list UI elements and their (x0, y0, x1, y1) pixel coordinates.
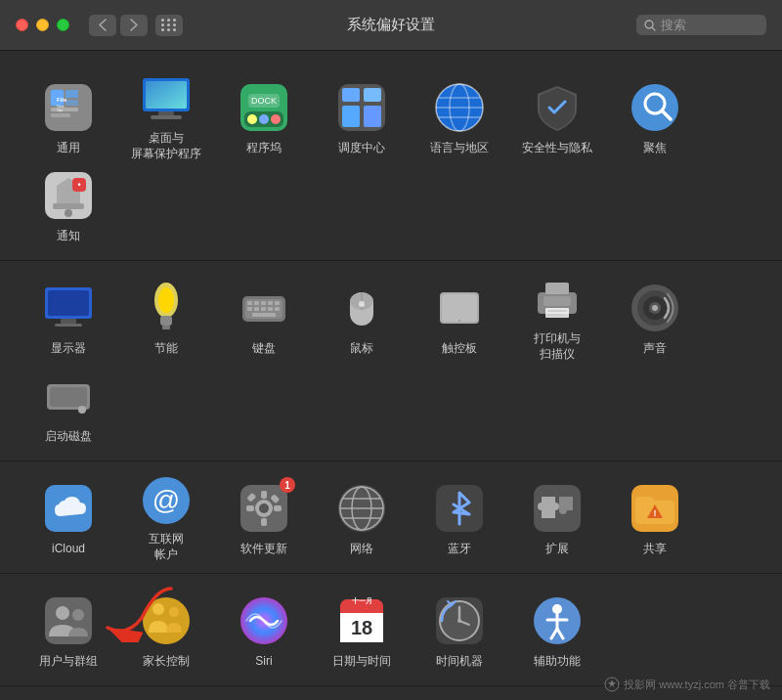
icons-grid-1: File New Opt 通用 (20, 72, 762, 248)
svg-rect-75 (545, 283, 569, 294)
trackpad-icon (432, 281, 487, 335)
watermark: 投影网 www.tyzj.com 谷普下载 (604, 677, 770, 692)
keyboard-label: 键盘 (252, 341, 276, 357)
svg-rect-77 (547, 314, 563, 316)
printer-label: 打印机与扫描仪 (534, 331, 581, 362)
svg-text:File: File (57, 97, 67, 103)
pref-spotlight[interactable]: 聚焦 (606, 72, 704, 160)
svg-rect-61 (261, 307, 266, 311)
section-personal: File New Opt 通用 (0, 61, 782, 261)
sound-icon (628, 281, 682, 335)
network-label: 网络 (350, 542, 373, 557)
mouse-label: 鼠标 (350, 341, 373, 357)
pref-parental[interactable]: 家长控制 (117, 586, 215, 674)
svg-point-21 (271, 114, 281, 124)
pref-network[interactable]: 网络 (313, 473, 411, 561)
svg-point-82 (652, 305, 658, 311)
svg-rect-118 (340, 605, 383, 613)
language-label: 语言与地区 (430, 141, 489, 156)
pref-mission[interactable]: 调度中心 (313, 72, 411, 160)
notifications-label: 通知 (57, 229, 80, 244)
timemachine-label: 时间机器 (436, 654, 483, 670)
pref-startup[interactable]: 启动磁盘 (20, 361, 117, 449)
datetime-icon: 18 十一月 (334, 593, 389, 648)
icloud-icon (41, 481, 96, 536)
svg-point-48 (158, 287, 174, 313)
svg-text:•: • (77, 180, 80, 190)
pref-users[interactable]: 用户与群组 (20, 586, 117, 674)
pref-language[interactable]: 语言与地区 (411, 72, 508, 160)
siri-icon (237, 593, 291, 648)
pref-desktop[interactable]: 桌面与屏幕保护程序 (117, 72, 215, 160)
pref-accessibility[interactable]: 辅助功能 (508, 586, 606, 674)
minimize-button[interactable] (36, 19, 49, 31)
maximize-button[interactable] (57, 19, 69, 31)
dock-label: 程序坞 (246, 141, 282, 156)
forward-button[interactable] (120, 15, 148, 36)
svg-rect-45 (61, 319, 76, 324)
svg-text:@: @ (152, 485, 180, 515)
dock-icon: DOCK (237, 80, 291, 135)
icons-grid-3: iCloud @ 互联网帐户 (20, 473, 762, 561)
pref-bluetooth[interactable]: 蓝牙 (411, 473, 508, 561)
pref-dock[interactable]: DOCK 程序坞 (215, 72, 313, 160)
pref-energy[interactable]: 节能 (117, 273, 215, 361)
pref-softwareupdate[interactable]: 1 软件更新 (215, 473, 313, 561)
svg-point-113 (152, 603, 164, 615)
svg-rect-60 (254, 307, 259, 311)
svg-rect-55 (254, 301, 259, 305)
svg-rect-92 (261, 491, 267, 499)
svg-rect-54 (247, 301, 252, 305)
internet-label: 互联网帐户 (149, 532, 184, 562)
svg-rect-74 (545, 308, 569, 318)
pref-siri[interactable]: Siri (215, 586, 313, 674)
svg-rect-73 (543, 296, 571, 306)
pref-sound[interactable]: 声音 (606, 273, 704, 361)
svg-rect-39 (53, 203, 84, 209)
bluetooth-label: 蓝牙 (448, 542, 471, 557)
pref-mouse[interactable]: 鼠标 (313, 273, 411, 361)
pref-notifications[interactable]: • 通知 (20, 160, 117, 248)
svg-rect-26 (364, 88, 381, 102)
svg-line-1 (652, 27, 655, 30)
pref-sharing[interactable]: ! 共享 (606, 473, 704, 561)
pref-icloud[interactable]: iCloud (20, 473, 117, 561)
keyboard-icon (237, 281, 291, 335)
pref-security[interactable]: 安全性与隐私 (508, 72, 606, 160)
mission-icon (334, 80, 389, 135)
parental-icon (139, 593, 194, 648)
icons-grid-2: 显示器 节能 (20, 273, 762, 449)
pref-printer[interactable]: 打印机与扫描仪 (508, 273, 606, 361)
energy-icon (139, 281, 194, 335)
svg-rect-93 (261, 518, 267, 526)
software-update-badge: 1 (280, 477, 295, 493)
back-button[interactable] (89, 15, 116, 36)
svg-rect-15 (158, 111, 174, 115)
search-input[interactable] (661, 18, 759, 32)
pref-extensions[interactable]: 扩展 (508, 473, 606, 561)
svg-rect-76 (547, 310, 567, 312)
pref-keyboard[interactable]: 键盘 (215, 273, 313, 361)
svg-rect-25 (342, 88, 360, 102)
pref-trackpad[interactable]: 触控板 (411, 273, 508, 361)
svg-rect-44 (48, 290, 89, 316)
datetime-label: 日期与时间 (332, 654, 391, 670)
svg-text:Opt: Opt (57, 108, 64, 112)
svg-rect-27 (342, 106, 360, 127)
svg-rect-95 (274, 505, 282, 511)
grid-view-button[interactable] (155, 15, 183, 36)
svg-rect-121 (340, 638, 383, 642)
desktop-label: 桌面与屏幕保护程序 (131, 131, 201, 161)
pref-internet[interactable]: @ 互联网帐户 (117, 473, 215, 561)
pref-timemachine[interactable]: 时间机器 (411, 586, 508, 674)
sharing-icon: ! (628, 481, 682, 536)
svg-rect-70 (442, 294, 477, 322)
pref-datetime[interactable]: 18 十一月 日期与时间 (313, 586, 411, 674)
close-button[interactable] (16, 19, 28, 31)
pref-display[interactable]: 显示器 (20, 273, 117, 361)
users-icon (41, 593, 96, 648)
pref-general[interactable]: File New Opt 通用 (20, 72, 117, 160)
svg-point-91 (259, 503, 269, 513)
users-label: 用户与群组 (39, 654, 98, 670)
search-box[interactable] (636, 15, 766, 35)
